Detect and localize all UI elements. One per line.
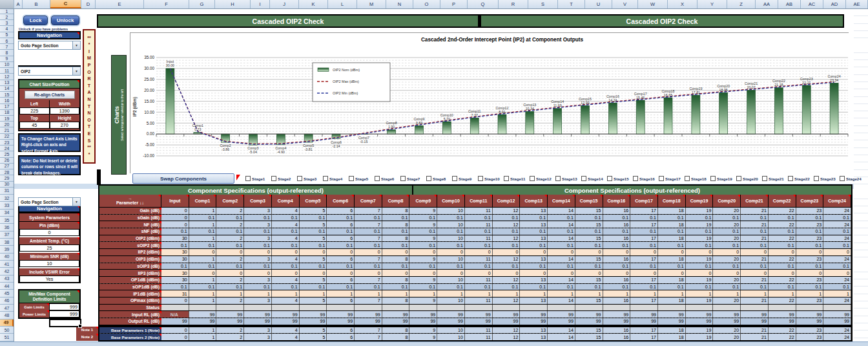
cell-op1dbdbm-Comp21[interactable]: 21	[741, 277, 769, 283]
cell-status-Comp20[interactable]	[713, 305, 741, 311]
cell-soip3db-Comp12[interactable]: 0.1	[493, 263, 521, 270]
cell-iip3dbm-Comp23[interactable]: 0	[796, 270, 824, 276]
checkbox-icon[interactable]	[349, 176, 354, 181]
col-header-Comp1[interactable]: Comp1	[189, 195, 217, 207]
cell-ip1dbdbm-Comp15[interactable]: 1	[575, 290, 603, 297]
cell-opmaxdbm-Comp24[interactable]: 24	[823, 297, 851, 304]
row-header-14[interactable]: 14	[0, 86, 14, 92]
cell-sop1dbdb-Comp14[interactable]: 0.1	[548, 284, 575, 290]
stage-checkbox-16[interactable]: Stage16	[633, 175, 655, 182]
row-header-40[interactable]: 40	[0, 254, 14, 261]
cell-ip1dbdbm-Comp17[interactable]: 1	[630, 290, 658, 297]
col-header-Comp9[interactable]: Comp9	[409, 195, 437, 207]
column-header-AA[interactable]: AA	[756, 0, 778, 8]
row-label[interactable]: sOP1dB (dB)	[99, 284, 161, 290]
col-header-Input[interactable]: Input	[161, 195, 189, 207]
chevron-down-icon[interactable]: ▼	[72, 198, 80, 206]
cell-gaindb-Comp20[interactable]: 20	[713, 208, 741, 214]
checkbox-icon[interactable]	[555, 176, 561, 181]
row-label[interactable]: sGain (dB)	[99, 215, 161, 221]
cell-soip3db-Comp10[interactable]: 0.1	[437, 263, 465, 270]
cell-sgaindb-Comp15[interactable]: 0.1	[575, 215, 603, 221]
cell-nfdb-Comp17[interactable]: 17	[630, 221, 658, 228]
cell-baseparameters2note-Comp5[interactable]: 5	[300, 334, 327, 340]
row-header-11[interactable]: 11	[0, 68, 14, 74]
cell-sgaindb-Comp3[interactable]: 0.1	[244, 215, 272, 221]
cell-gaindb-Comp24[interactable]: 24	[823, 208, 851, 214]
cell-outputrldb-Comp1[interactable]: 99	[189, 318, 217, 325]
cell-snfdb-Input[interactable]: 0.1	[161, 228, 189, 235]
row-header-51[interactable]: 51	[0, 334, 14, 341]
chart-width-value[interactable]: 1390	[50, 107, 80, 114]
cell-sgaindb-Comp23[interactable]: 0.1	[796, 215, 824, 221]
cell-soip3db-Comp3[interactable]: 0.1	[244, 263, 272, 270]
cell-opmaxdbm-Comp13[interactable]: 13	[520, 297, 548, 304]
cell-iip2dbm-Comp5[interactable]: 0	[300, 249, 327, 255]
cell-oip3dbm-Comp6[interactable]: 6	[327, 256, 355, 263]
cell-snfdb-Comp6[interactable]: 0.1	[327, 228, 355, 235]
cell-sop1dbdb-Comp13[interactable]: 0.1	[520, 284, 548, 290]
checkbox-icon[interactable]	[607, 176, 612, 181]
cell-status-Comp6[interactable]	[327, 305, 355, 311]
cell-opmaxdbm-Comp12[interactable]: 12	[493, 297, 521, 304]
cell-inputrldb-Comp14[interactable]: 99	[548, 311, 575, 318]
row-header-19[interactable]: 19	[0, 116, 14, 122]
cell-soip2db-Comp11[interactable]: 0.1	[465, 242, 493, 248]
cell-outputrldb-Comp24[interactable]: 99	[823, 318, 851, 325]
cell-iip2dbm-Comp24[interactable]: 0	[823, 249, 851, 255]
cell-baseparameters1note-Comp2[interactable]: 2	[216, 327, 244, 334]
stage-checkbox-11[interactable]: Stage11	[504, 175, 525, 182]
col-header-Comp11[interactable]: Comp11	[465, 195, 493, 207]
cell-soip3db-Comp20[interactable]: 0.1	[713, 263, 741, 270]
cell-nfdb-Comp8[interactable]: 8	[382, 221, 410, 228]
cell-snfdb-Comp2[interactable]: 0.1	[216, 228, 244, 235]
checkbox-icon[interactable]	[788, 176, 793, 181]
cell-gaindb-Comp23[interactable]: 23	[796, 208, 824, 214]
cell-op1dbdbm-Comp9[interactable]: 9	[409, 277, 437, 283]
row-header-9[interactable]: 9	[0, 56, 14, 62]
cell-baseparameters2note-Comp22[interactable]: 22	[769, 334, 796, 340]
cell-nfdb-Comp2[interactable]: 2	[216, 221, 244, 228]
cell-baseparameters1note-Comp11[interactable]: 11	[465, 327, 493, 334]
row-header-41[interactable]: 41	[0, 261, 14, 268]
cell-status-Comp10[interactable]	[437, 305, 465, 311]
row-label[interactable]: IIP3 (dBm)	[99, 270, 161, 276]
row-header-17[interactable]: 17	[0, 104, 14, 110]
col-header-Comp5[interactable]: Comp5	[300, 195, 327, 207]
cell-opmaxdbm-Comp15[interactable]: 15	[575, 297, 603, 304]
row-label[interactable]: IIP2 (dBm)	[99, 249, 161, 255]
cell-nfdb-Comp5[interactable]: 5	[300, 221, 327, 228]
cell-opmaxdbm-Comp11[interactable]: 11	[465, 297, 493, 304]
stage-checkbox-23[interactable]: Stage23	[814, 175, 836, 182]
min-snr-value[interactable]: 10	[19, 260, 79, 267]
cell-outputrldb-Comp4[interactable]: 99	[272, 318, 300, 325]
cell-iip3dbm-Comp21[interactable]: 0	[741, 270, 769, 276]
cell-op1dbdbm-Comp6[interactable]: 6	[327, 277, 355, 283]
cell-op1dbdbm-Comp18[interactable]: 18	[658, 277, 686, 283]
stage-checkbox-5[interactable]: Stage5	[349, 175, 368, 182]
cell-ip1dbdbm-Comp23[interactable]: 1	[796, 290, 824, 297]
cell-sgaindb-Comp17[interactable]: 0.1	[630, 215, 658, 221]
cell-op1dbdbm-Comp23[interactable]: 23	[796, 277, 824, 283]
cell-nfdb-Comp9[interactable]: 9	[409, 221, 437, 228]
cell-soip2db-Input[interactable]: 0.1	[161, 242, 189, 248]
cell-outputrldb-Comp5[interactable]: 99	[300, 318, 327, 325]
cell-iip3dbm-Comp15[interactable]: 0	[575, 270, 603, 276]
cell-nfdb-Comp14[interactable]: 14	[548, 221, 575, 228]
cell-status-Comp1[interactable]	[189, 305, 217, 311]
cell-iip3dbm-Comp9[interactable]: 0	[409, 270, 437, 276]
cell-gaindb-Comp8[interactable]: 8	[382, 208, 410, 214]
cell-soip2db-Comp8[interactable]: 0.1	[382, 242, 410, 248]
col-header-Comp15[interactable]: Comp15	[575, 195, 603, 207]
cell-sgaindb-Input[interactable]: 0	[161, 215, 189, 221]
column-header-F[interactable]: F	[144, 0, 189, 8]
cell-status-Comp12[interactable]	[493, 305, 521, 311]
parameter-header-cell[interactable]: →Parameter ↓↓	[99, 195, 161, 207]
column-header-V[interactable]: V	[612, 0, 638, 8]
cell-baseparameters2note-Comp7[interactable]: 7	[355, 334, 382, 340]
cell-status-Comp5[interactable]	[300, 305, 327, 311]
cell-inputrldb-Comp8[interactable]: 99	[382, 311, 410, 318]
cell-opmaxdbm-Comp3[interactable]: 3	[244, 297, 272, 304]
cell-baseparameters1note-Comp13[interactable]: 13	[520, 327, 548, 334]
row-header-43[interactable]: 43	[0, 276, 14, 283]
